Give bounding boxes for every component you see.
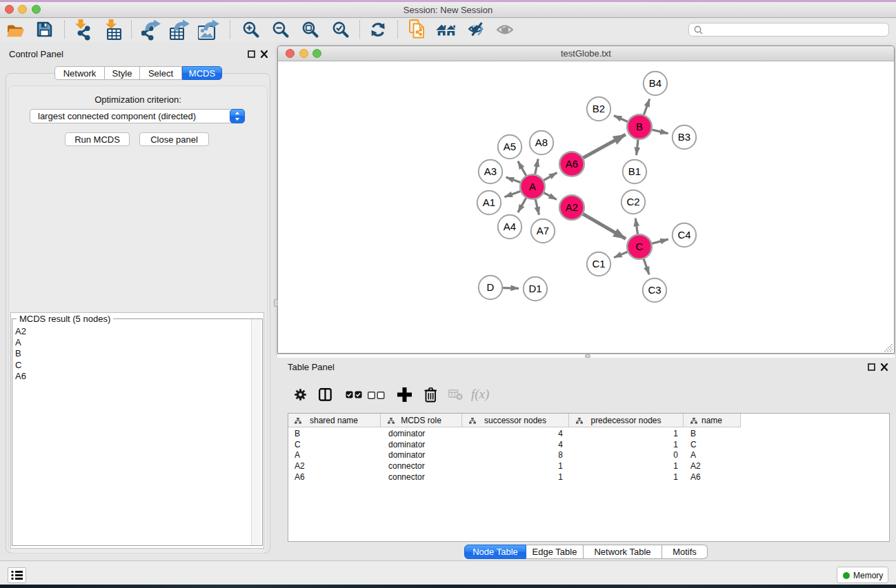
svg-text:B4: B4 xyxy=(649,77,661,89)
svg-text:A1: A1 xyxy=(483,196,495,208)
svg-text:A4: A4 xyxy=(504,221,516,232)
svg-text:B: B xyxy=(636,121,643,132)
svg-text:A3: A3 xyxy=(484,165,497,177)
svg-text:A2: A2 xyxy=(566,201,578,213)
svg-text:A: A xyxy=(529,181,536,192)
svg-text:D1: D1 xyxy=(528,283,541,294)
svg-text:C1: C1 xyxy=(592,258,605,270)
svg-text:D: D xyxy=(487,281,495,293)
svg-text:C2: C2 xyxy=(626,196,639,207)
svg-text:B3: B3 xyxy=(678,131,690,143)
svg-text:B2: B2 xyxy=(593,103,605,114)
svg-text:C: C xyxy=(636,241,644,252)
svg-text:A7: A7 xyxy=(537,225,549,236)
svg-text:C4: C4 xyxy=(677,229,690,241)
svg-text:A6: A6 xyxy=(566,158,578,170)
svg-text:A5: A5 xyxy=(504,141,516,152)
svg-text:B1: B1 xyxy=(628,165,641,177)
svg-text:C3: C3 xyxy=(648,284,661,296)
svg-text:A8: A8 xyxy=(535,136,548,148)
